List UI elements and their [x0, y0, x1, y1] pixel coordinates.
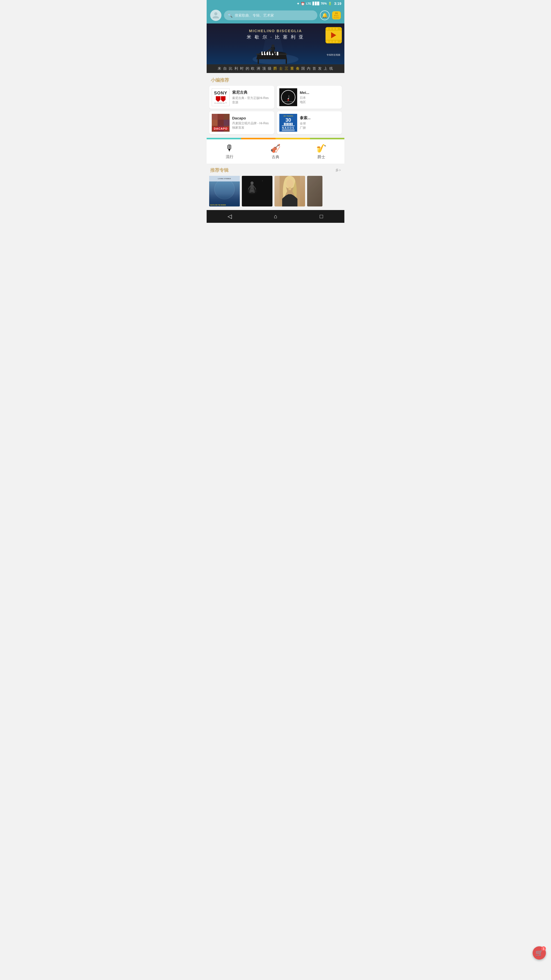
hires-badge: Hi Res AUDIO [332, 11, 341, 19]
naxos-desc: 全球厂牌 [300, 121, 339, 130]
album-sonar[interactable]: 新·SONAR [242, 176, 272, 207]
dacapo-logo: DACAPO [212, 114, 230, 132]
sony-name: 索尼古典 [232, 90, 272, 95]
svg-rect-9 [262, 52, 264, 54]
search-icon: 🔍 [227, 13, 233, 18]
naxos-30-num: 30 [286, 118, 291, 123]
sony-logo: SONY CLASSICAL™ [212, 88, 230, 106]
search-input[interactable] [235, 13, 314, 18]
header: 🔍 🔔 Hi Res AUDIO [206, 7, 345, 24]
sony-desc: 索尼古典 - 官方正版Hi-Res音源 [232, 96, 272, 105]
genre-jazz-label: 爵士 [318, 155, 325, 159]
naxos-bottom-bar [282, 130, 295, 130]
album-bottom-text: DEATH AND THE MAIDEN [210, 204, 239, 206]
reco-card-meister[interactable]: ♩ MEISTER MUSIC Mei... 日本地区 [277, 86, 342, 109]
banner[interactable]: MICHELINO BISCEGLIA 米 歇 尔 · 比 塞 利 亚 [206, 24, 345, 64]
video-badge-label: 专辑附送视频 [327, 53, 340, 57]
sony-classical-text: CLASSICAL™ [214, 102, 227, 104]
avatar[interactable] [210, 10, 221, 21]
sonar-figure-svg [242, 176, 262, 196]
album-subtitle-text: DEATH AND THE MAIDEN [210, 204, 239, 206]
meister-name: Mei... [300, 90, 339, 95]
user-icon [212, 11, 220, 19]
album-blonde[interactable] [275, 176, 305, 207]
album-living-stereo[interactable]: LIVING STEREO DEATH AND THE MAIDEN [209, 176, 240, 207]
meister-brand-text: MEISTER MUSIC [283, 101, 294, 102]
living-stereo-text: LIVING STEREO [218, 178, 231, 180]
signal-bars: ▋▊▉ [313, 2, 319, 5]
album-partial-text: ... [309, 177, 321, 179]
status-icons: ✦ ⏰ LTE ▋▊▉ 76% 🔋 3:19 [297, 2, 341, 6]
video-badge[interactable] [326, 27, 342, 43]
battery-icon: 🔋 [328, 2, 332, 5]
banner-suffix: 国 内 首 发 上 线 [301, 66, 333, 70]
hires-audio: AUDIO [333, 17, 339, 19]
albums-title: 推荐专辑 [210, 167, 229, 173]
reco-card-dacapo[interactable]: DACAPO Dacapo 丹麦国立唱片品牌 - Hi-Res独家首发 [209, 111, 274, 134]
microphone-icon: 🎙 [225, 143, 233, 153]
naxos-bottom-lines [282, 130, 295, 131]
living-stereo-label: LIVING STEREO [209, 176, 240, 181]
svg-rect-8 [277, 52, 278, 56]
banner-subtitle-prefix: 来 自 比 利 时 的 欧 洲 顶 级 [218, 66, 272, 70]
violin-icon: 🎻 [270, 143, 281, 153]
svg-point-21 [251, 181, 254, 185]
hires-res: Res [334, 15, 339, 17]
reco-card-sony[interactable]: SONY CLASSICAL™ 索尼古典 索尼古典 - 官方正版Hi-Res音源 [209, 86, 274, 109]
recommendations-grid: SONY CLASSICAL™ 索尼古典 索尼古典 - 官方正版Hi-Res音源… [206, 86, 345, 137]
naxos-text-area: 拿索... 全球厂牌 [300, 116, 339, 130]
search-bar[interactable]: 🔍 [224, 11, 318, 20]
bell-icon: 🔔 [322, 13, 327, 18]
genre-tab-popular[interactable]: 🎙 流行 [206, 143, 252, 159]
album-art-area: DEATH AND THE MAIDEN [209, 181, 240, 207]
naxos-brand-text: NAXOS [282, 126, 294, 129]
bottom-navigation: ◁ ⌂ □ [206, 210, 345, 223]
naxos-name: 拿索... [300, 116, 339, 121]
dacapo-text-area: Dacapo 丹麦国立唱片品牌 - Hi-Res独家首发 [232, 116, 272, 130]
sony-text: SONY [214, 91, 227, 96]
naxos-base-bar [282, 126, 295, 126]
genre-tabs: 🎙 流行 🎻 古典 🎷 爵士 [206, 139, 345, 164]
sony-text-area: 索尼古典 索尼古典 - 官方正版Hi-Res音源 [232, 90, 272, 105]
banner-artist-en: MICHELINO BISCEGLIA [211, 29, 340, 33]
svg-rect-16 [258, 59, 259, 64]
svg-marker-18 [263, 39, 283, 52]
genre-classical-label: 古典 [272, 155, 279, 159]
meister-text-area: Mei... 日本地区 [300, 90, 339, 104]
notification-button[interactable]: 🔔 [320, 11, 330, 20]
svg-rect-25 [289, 187, 291, 190]
albums-more-link[interactable]: 多> [335, 168, 341, 172]
svg-rect-10 [265, 52, 266, 54]
banner-highlight: 爵 士 三 重 奏 [273, 66, 300, 70]
dacapo-label-text: DACAPO [213, 127, 229, 130]
sony-flags [216, 96, 225, 102]
meister-desc: 日本地区 [300, 96, 339, 104]
lte-icon: LTE [306, 2, 311, 5]
back-button[interactable]: ◁ [222, 211, 237, 221]
saxophone-icon: 🎷 [316, 143, 327, 153]
svg-rect-17 [286, 59, 287, 64]
recents-button[interactable]: □ [314, 211, 329, 221]
banner-subtitle: 来 自 比 利 时 的 欧 洲 顶 级 爵 士 三 重 奏 国 内 首 发 上 … [206, 64, 345, 73]
albums-row: LIVING STEREO DEATH AND THE MAIDEN 新·SON… [206, 176, 345, 210]
home-button[interactable]: ⌂ [268, 211, 283, 221]
bluetooth-icon: ✦ [297, 2, 300, 6]
dacapo-desc: 丹麦国立唱片品牌 - Hi-Res独家首发 [232, 121, 272, 130]
battery-level: 76% [321, 2, 327, 5]
svg-rect-13 [275, 52, 276, 54]
genre-tab-jazz[interactable]: 🎷 爵士 [299, 143, 345, 159]
genre-popular-label: 流行 [226, 154, 233, 159]
naxos-logo: 30 YEARS 30 NAXOS [279, 114, 297, 132]
reco-card-naxos[interactable]: 30 YEARS 30 NAXOS 拿索... [277, 111, 342, 134]
status-bar: ✦ ⏰ LTE ▋▊▉ 76% 🔋 3:19 [206, 0, 345, 7]
album-partial-right[interactable]: ... [307, 176, 322, 207]
banner-artist-image [250, 39, 301, 64]
album-portrait-svg [279, 176, 300, 207]
naxos-30-label: 30 YEARS [283, 115, 293, 117]
album-partial-content: ... [307, 176, 322, 180]
time-display: 3:19 [334, 2, 341, 6]
section-label: 小编推荐 [206, 73, 345, 86]
alarm-icon: ⏰ [301, 2, 305, 6]
genre-tab-classical[interactable]: 🎻 古典 [252, 143, 299, 159]
svg-point-24 [286, 180, 293, 188]
